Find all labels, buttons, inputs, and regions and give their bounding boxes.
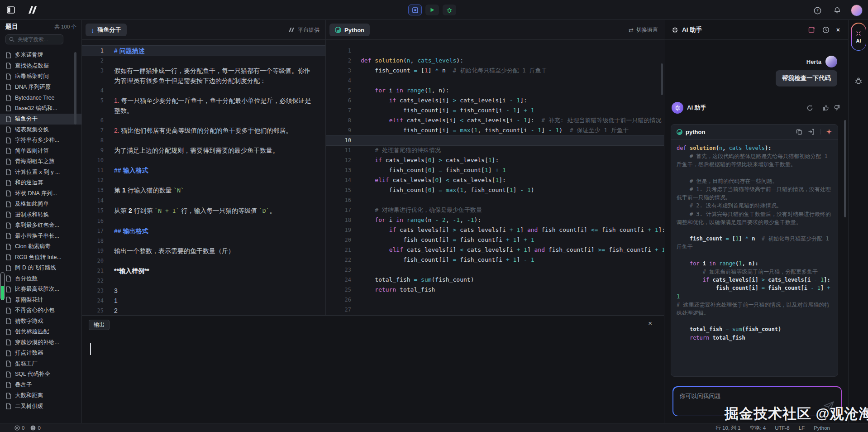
history-icon[interactable] [822, 26, 830, 34]
sidebar-item[interactable]: 猫鱼分干 [0, 114, 82, 125]
language-tab[interactable]: Python [329, 24, 370, 36]
sidebar-item[interactable]: 大数和距离 [0, 390, 82, 401]
editor-line[interactable]: 18 for i in range(n - 2, -1, -1): [326, 215, 664, 225]
editor-line[interactable]: 14 elif cats_levels[0] < cats_levels[1]: [326, 175, 664, 185]
problem-line[interactable]: 2 [82, 56, 325, 66]
problem-line[interactable]: 22 [82, 276, 325, 286]
sidebar-scrollbar[interactable] [74, 52, 76, 125]
user-avatar[interactable] [851, 5, 863, 16]
close-icon[interactable]: × [836, 26, 840, 34]
editor-line[interactable]: 21 elif cats_levels[i] < cats_levels[i +… [326, 245, 664, 255]
sidebar-item[interactable]: 最小替换子串长... [0, 231, 82, 242]
sidebar-item[interactable]: 叠盘子 [0, 380, 82, 391]
editor-line[interactable]: 1 [326, 46, 664, 56]
sidebar-item[interactable]: 穿越沙漠的补给... [0, 337, 82, 348]
sidebar-item[interactable]: 暴雨梨花针 [0, 295, 82, 306]
sidebar-item[interactable]: Cion 勒索病毒 [0, 241, 82, 252]
warnings-indicator[interactable]: 0 [30, 425, 40, 431]
editor-line[interactable]: 4 [326, 76, 664, 86]
editor-line[interactable]: 2def solution(n, cats_levels): [326, 56, 664, 66]
sidebar-item[interactable]: SQL 代码补全 [0, 369, 82, 380]
editor-line[interactable]: 9 fish_count[i] = max(1, fish_count[i - … [326, 125, 664, 135]
help-button[interactable]: ? [811, 4, 824, 17]
editor-line[interactable]: 25 return total_fish [326, 285, 664, 295]
apply-sparkle-icon[interactable] [826, 129, 832, 135]
problem-line[interactable]: 17## 输出格式 [82, 226, 325, 236]
problem-line[interactable]: 72. 猫比他们邻居有更高等级值的分配的鱼干要多于他们的邻居。 [82, 125, 325, 135]
sidebar-item[interactable]: 青海湖租车之旅 [0, 156, 82, 167]
debug-panel-button[interactable] [854, 77, 863, 85]
sidebar-item[interactable]: 病毒感染时间 [0, 71, 82, 82]
run-button[interactable] [425, 5, 439, 15]
editor-line[interactable]: 15 fish_count[0] = max(1, fish_count[1] … [326, 185, 664, 195]
problem-line[interactable]: 21**输入样例** [82, 266, 325, 276]
sidebar-item[interactable]: 字符串有多少种... [0, 135, 82, 146]
ai-assistant-button[interactable]: AI [851, 23, 866, 51]
problem-line[interactable]: 233 [82, 286, 325, 296]
sidebar-item[interactable]: 和的逆运算 [0, 178, 82, 188]
editor-line[interactable]: 5 for i in range(1, n): [326, 86, 664, 96]
sidebar-item[interactable]: 环状 DNA 序列... [0, 188, 82, 199]
editor-line[interactable]: 6 if cats_levels[i] > cats_levels[i - 1]… [326, 96, 664, 106]
problem-line[interactable]: 4 [82, 86, 325, 96]
thumbs-up-icon[interactable] [823, 105, 829, 111]
problem-line[interactable]: 15从第 2 行到第 `N + 1` 行，输入每一只猫的等级值 `D`。 [82, 206, 325, 216]
language-mode[interactable]: Python [814, 425, 830, 431]
editor-line[interactable]: 17 # 对结果进行优化，确保是最少鱼干数量 [326, 205, 664, 215]
problem-line[interactable]: 19输出一个整数，表示需要的鱼干数量（斤） [82, 246, 325, 256]
problem-editor-content[interactable]: 1# 问题描述23假如有一群猫排成一行，要分配鱼干，每一只猫都有一个等级值。你作… [82, 40, 325, 315]
editor-line[interactable]: 16 [326, 195, 664, 205]
sidebar-item[interactable]: 不再贪心的小包 [0, 305, 82, 316]
sidebar-item[interactable]: 蛋糕工厂 [0, 359, 82, 370]
problem-line[interactable]: 16 [82, 216, 325, 226]
problem-line[interactable]: 3假如有一群猫排成一行，要分配鱼干，每一只猫都有一个等级值。你作为管理员有很多鱼… [82, 66, 325, 86]
regenerate-icon[interactable] [806, 105, 813, 111]
notifications-button[interactable] [831, 4, 844, 17]
encoding[interactable]: UTF-8 [775, 425, 790, 431]
chat-scrollbar[interactable] [844, 120, 846, 217]
editor-line[interactable]: 20 fish_count[i] = fish_count[i + 1] + 1 [326, 235, 664, 245]
debug-run-button[interactable] [443, 5, 456, 15]
sidebar-item[interactable]: 多米诺骨牌 [0, 50, 82, 61]
search-input[interactable] [17, 36, 60, 43]
editor-line[interactable]: 27 [326, 305, 664, 315]
problem-line[interactable]: 10 [82, 155, 325, 165]
problem-line[interactable]: 14 [82, 196, 325, 206]
editor-line[interactable]: 26 [326, 295, 664, 305]
output-close-button[interactable]: × [648, 319, 652, 327]
thumbs-down-icon[interactable] [834, 105, 840, 111]
editor-line[interactable]: 22 fish_count[i] = fish_count[i + 1] - 1 [326, 255, 664, 265]
editor-line[interactable]: 24 total_fish = sum(fish_count) [326, 275, 664, 285]
editor-line[interactable]: 11 # 处理首尾猫的特殊情况 [326, 145, 664, 155]
output-tab[interactable]: 输出 [89, 320, 110, 330]
run-config-button[interactable] [408, 5, 422, 15]
problem-line[interactable]: 6 [82, 115, 325, 125]
sidebar-item[interactable]: Bytedance Tree [0, 92, 82, 103]
errors-indicator[interactable]: 0 [14, 425, 24, 431]
problem-tab[interactable]: ↓ 猫鱼分干 [86, 24, 127, 36]
problem-line[interactable]: 13第 1 行输入猫的数量 `N` [82, 185, 325, 196]
problem-line[interactable]: 252 [82, 306, 325, 315]
problem-line[interactable]: 8 [82, 135, 325, 145]
sidebar-item[interactable]: 进制求和转换 [0, 210, 82, 221]
problem-line[interactable]: 20 [82, 256, 325, 266]
copy-icon[interactable] [796, 129, 802, 135]
sidebar-item[interactable]: 百分位数 [0, 274, 82, 284]
problem-line[interactable]: 51. 每一只猫至少要分配一斤鱼干，鱼干分配最小单位是斤，必须保证是整数。 [82, 96, 325, 115]
sidebar-item[interactable]: 打点计数器 [0, 348, 82, 359]
problem-line[interactable]: 18 [82, 236, 325, 246]
sidebar-item[interactable]: 简单四则计算 [0, 146, 82, 157]
sidebar-item[interactable]: 链表聚集交换 [0, 125, 82, 135]
sidebar-item[interactable]: 及格如此简单 [0, 199, 82, 210]
sidebar-item[interactable]: 比赛最高获胜次... [0, 284, 82, 295]
sidebar-toggle-button[interactable] [5, 4, 17, 16]
eol[interactable]: LF [799, 425, 805, 431]
new-conversation-icon[interactable] [808, 26, 816, 34]
insert-code-icon[interactable] [808, 129, 815, 135]
sidebar-item[interactable]: 创意标题匹配 [0, 326, 82, 337]
problem-line[interactable]: 12 [82, 175, 325, 185]
sidebar-item[interactable]: DNA 序列还原 [0, 82, 82, 93]
search-box[interactable] [5, 34, 63, 44]
problem-line[interactable]: 9为了满足上边的分配规则，需要得到需要的最少鱼干数量。 [82, 145, 325, 155]
sidebar-item[interactable]: 查找热点数据 [0, 61, 82, 72]
